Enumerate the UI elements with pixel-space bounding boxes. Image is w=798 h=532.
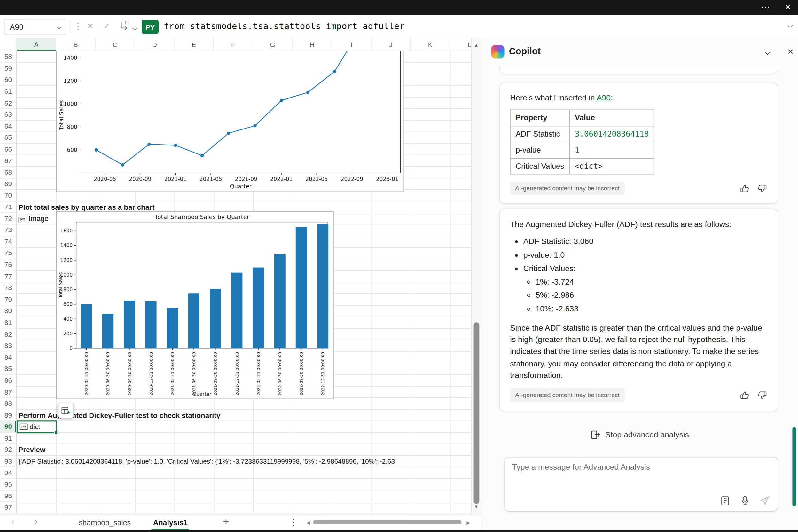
row-header-94[interactable]: 94 bbox=[0, 467, 16, 479]
row-header-85[interactable]: 85 bbox=[0, 363, 16, 375]
horizontal-scrollbar[interactable]: ◀ ▶ bbox=[304, 515, 473, 531]
copilot-message-input[interactable] bbox=[512, 462, 768, 472]
column-header-H[interactable]: H bbox=[292, 38, 332, 51]
row-header-68[interactable]: 68 bbox=[0, 167, 16, 178]
cell-a93-preview-value[interactable]: {'ADF Statistic': 3.06014208364118, 'p-v… bbox=[19, 456, 395, 468]
row-header-60[interactable]: 60 bbox=[0, 74, 16, 86]
select-all-corner[interactable] bbox=[0, 38, 17, 51]
row-header-88[interactable]: 88 bbox=[0, 398, 16, 410]
row-header-90[interactable]: 90 bbox=[0, 421, 16, 433]
row-header-81[interactable]: 81 bbox=[0, 317, 16, 328]
cell-a89-text[interactable]: Perform Augmented Dickey-Fuller test to … bbox=[19, 410, 221, 421]
formula-bar-options-icon[interactable]: ⋮ bbox=[74, 21, 82, 32]
tabbar-options-icon[interactable]: ⋮ bbox=[290, 517, 298, 527]
column-header-F[interactable]: F bbox=[214, 38, 253, 51]
row-header-93[interactable]: 93 bbox=[0, 456, 16, 467]
copilot-scrollbar-thumb[interactable] bbox=[792, 427, 796, 507]
insert-reference-chevron-icon[interactable] bbox=[132, 25, 137, 31]
row-header-72[interactable]: 72 bbox=[0, 213, 16, 225]
send-icon[interactable] bbox=[760, 495, 771, 506]
row-header-61[interactable]: 61 bbox=[0, 86, 16, 97]
horizontal-scrollbar-thumb[interactable] bbox=[313, 520, 461, 524]
column-header-C[interactable]: C bbox=[96, 38, 135, 51]
row-header-67[interactable]: 67 bbox=[0, 155, 16, 167]
row-header-84[interactable]: 84 bbox=[0, 352, 16, 363]
scroll-left-icon[interactable]: ◀ bbox=[306, 520, 310, 525]
thumbs-up-icon[interactable] bbox=[740, 390, 749, 400]
column-header-A[interactable]: A bbox=[17, 38, 56, 51]
thumbs-down-icon[interactable] bbox=[758, 390, 767, 400]
row-header-77[interactable]: 77 bbox=[0, 271, 16, 282]
row-header-79[interactable]: 79 bbox=[0, 294, 16, 305]
column-header-J[interactable]: J bbox=[372, 38, 411, 51]
vertical-scrollbar[interactable]: ▲ ▼ bbox=[471, 38, 481, 513]
fill-handle[interactable] bbox=[54, 431, 58, 434]
row-header-89[interactable]: 89 bbox=[0, 410, 16, 421]
row-header-73[interactable]: 73 bbox=[0, 225, 16, 236]
row-header-71[interactable]: 71 bbox=[0, 202, 16, 213]
scroll-down-icon[interactable]: ▼ bbox=[472, 505, 481, 510]
vertical-scrollbar-thumb[interactable] bbox=[474, 322, 479, 504]
window-more-icon[interactable]: ⋯ bbox=[761, 2, 770, 13]
column-header-G[interactable]: G bbox=[253, 38, 292, 51]
row-header-63[interactable]: 63 bbox=[0, 109, 16, 120]
row-header-83[interactable]: 83 bbox=[0, 340, 16, 352]
prompt-library-icon[interactable] bbox=[720, 495, 730, 506]
scroll-right-icon[interactable]: ▶ bbox=[467, 520, 470, 525]
sheet-tab-analysis1[interactable]: Analysis1 bbox=[149, 515, 191, 531]
row-header-87[interactable]: 87 bbox=[0, 386, 16, 398]
column-header-K[interactable]: K bbox=[411, 38, 450, 51]
add-sheet-button[interactable]: + bbox=[223, 516, 229, 528]
row-header-75[interactable]: 75 bbox=[0, 248, 16, 259]
row-header-59[interactable]: 59 bbox=[0, 63, 16, 74]
selected-cell-a90[interactable]: PYdict bbox=[17, 421, 57, 433]
row-header-95[interactable]: 95 bbox=[0, 479, 16, 491]
enter-icon[interactable]: ✓ bbox=[103, 21, 110, 31]
row-header-86[interactable]: 86 bbox=[0, 375, 16, 386]
name-box[interactable]: A90 bbox=[4, 19, 66, 35]
tabs-prev-icon[interactable] bbox=[12, 519, 17, 525]
row-header-64[interactable]: 64 bbox=[0, 120, 16, 132]
cell-a71-text[interactable]: Plot total sales by quarter as a bar cha… bbox=[19, 202, 155, 213]
row-header-76[interactable]: 76 bbox=[0, 259, 16, 271]
sheet-tab-shampoo-sales[interactable]: shampoo_sales bbox=[72, 515, 138, 531]
insert-reference-icon[interactable]: [ ] bbox=[119, 20, 130, 34]
row-header-58[interactable]: 58 bbox=[0, 51, 16, 63]
row-header-82[interactable]: 82 bbox=[0, 329, 16, 340]
column-header-I[interactable]: I bbox=[332, 38, 371, 51]
scroll-up-icon[interactable]: ▲ bbox=[472, 42, 481, 48]
row-header-80[interactable]: 80 bbox=[0, 305, 16, 317]
stop-advanced-analysis-button[interactable]: Stop advanced analysis bbox=[481, 430, 798, 440]
column-header-E[interactable]: E bbox=[174, 38, 214, 51]
row-header-91[interactable]: 91 bbox=[0, 433, 16, 444]
tabs-next-icon[interactable] bbox=[32, 519, 37, 525]
row-header-69[interactable]: 69 bbox=[0, 178, 16, 190]
copilot-collapse-icon[interactable] bbox=[765, 50, 770, 55]
cell-a72-python-image[interactable]: PYImage bbox=[19, 213, 49, 225]
formula-bar-expand-icon[interactable] bbox=[787, 23, 793, 28]
formula-input[interactable]: from statsmodels.tsa.stattools import ad… bbox=[164, 21, 404, 31]
cell-a92-text[interactable]: Preview bbox=[19, 444, 46, 456]
row-header-78[interactable]: 78 bbox=[0, 282, 16, 294]
copilot-close-icon[interactable]: ✕ bbox=[787, 47, 794, 56]
column-header-D[interactable]: D bbox=[135, 38, 174, 51]
bar-chart-object[interactable]: Total Shampoo Sales by Quarter0200400600… bbox=[56, 211, 334, 399]
row-header-92[interactable]: 92 bbox=[0, 444, 16, 456]
sheet-grid[interactable]: 6008001000120014002020-052020-092021-012… bbox=[17, 51, 471, 513]
row-header-97[interactable]: 97 bbox=[0, 502, 16, 513]
window-close-icon[interactable]: ✕ bbox=[785, 3, 791, 12]
thumbs-up-icon[interactable] bbox=[740, 184, 749, 193]
row-header-74[interactable]: 74 bbox=[0, 236, 16, 247]
row-header-65[interactable]: 65 bbox=[0, 132, 16, 144]
row-header-70[interactable]: 70 bbox=[0, 190, 16, 202]
thumbs-down-icon[interactable] bbox=[758, 184, 767, 193]
row-header-96[interactable]: 96 bbox=[0, 491, 16, 502]
line-chart-object[interactable]: 6008001000120014002020-052020-092021-012… bbox=[56, 51, 404, 192]
row-header-62[interactable]: 62 bbox=[0, 97, 16, 109]
cell-link-a90[interactable]: A90 bbox=[596, 93, 611, 102]
column-header-B[interactable]: B bbox=[56, 38, 96, 51]
microphone-icon[interactable] bbox=[740, 495, 751, 506]
cancel-icon[interactable]: ✕ bbox=[87, 21, 93, 31]
row-header-66[interactable]: 66 bbox=[0, 144, 16, 155]
quick-insert-button[interactable] bbox=[58, 402, 74, 418]
